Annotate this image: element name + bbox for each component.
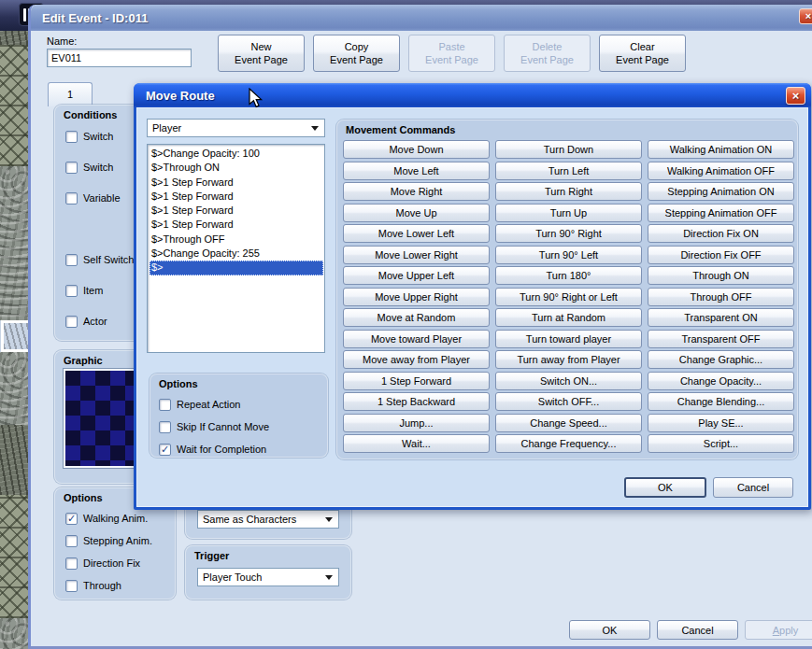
- through-off-button[interactable]: Through OFF: [648, 288, 794, 306]
- turn-down-button[interactable]: Turn Down: [495, 140, 642, 159]
- name-input[interactable]: [47, 49, 192, 67]
- move-toward-player-button[interactable]: Move toward Player: [343, 330, 490, 348]
- move-upper-right-button[interactable]: Move Upper Right: [343, 288, 490, 306]
- priority-dropdown[interactable]: Same as Characters: [197, 510, 339, 529]
- route-list-item[interactable]: $>1 Step Forward: [150, 204, 324, 218]
- move-left-button[interactable]: Move Left: [343, 162, 490, 180]
- move-down-button[interactable]: Move Down: [343, 140, 490, 159]
- 1-step-backward-button[interactable]: 1 Step Backward: [343, 392, 490, 411]
- walking-animation-on-button[interactable]: Walking Animation ON: [648, 140, 794, 159]
- cancel-button[interactable]: Cancel: [713, 477, 793, 498]
- trigger-groupbox: Trigger Player Touch: [185, 545, 351, 600]
- stepping-animation-off-button[interactable]: Stepping Animation OFF: [648, 204, 794, 222]
- route-list-item[interactable]: $>Through ON: [150, 161, 324, 175]
- wait-for-completion-checkbox[interactable]: ✓Wait for Completion: [159, 443, 269, 456]
- move-up-button[interactable]: Move Up: [343, 204, 490, 222]
- new-event-page-button[interactable]: New Event Page: [218, 35, 305, 72]
- checkbox-label: Walking Anim.: [83, 513, 148, 524]
- script-button[interactable]: Script...: [648, 434, 794, 453]
- turn-toward-player-button[interactable]: Turn toward player: [495, 330, 642, 348]
- play-se-button[interactable]: Play SE...: [648, 414, 794, 432]
- route-list-item[interactable]: $>Change Opacity: 100: [150, 147, 324, 161]
- change-opacity-button[interactable]: Change Opacity...: [648, 372, 794, 390]
- checkbox-icon: ✓: [65, 513, 78, 525]
- move-away-from-player-button[interactable]: Move away from Player: [343, 350, 490, 369]
- walking-animation-off-button[interactable]: Walking Animation OFF: [648, 162, 794, 180]
- change-frequency-button[interactable]: Change Frequency...: [495, 434, 642, 453]
- jump-button[interactable]: Jump...: [343, 414, 490, 432]
- self-switch-checkbox[interactable]: Self Switch: [65, 253, 134, 266]
- trigger-dropdown[interactable]: Player Touch: [197, 568, 339, 586]
- route-list-item[interactable]: $>: [150, 261, 323, 275]
- trigger-title: Trigger: [194, 550, 229, 561]
- turn-90-right-button[interactable]: Turn 90° Right: [495, 224, 642, 243]
- conditions-title: Conditions: [64, 109, 117, 120]
- through-checkbox[interactable]: Through: [65, 579, 152, 592]
- turn-away-from-player-button[interactable]: Turn away from Player: [495, 350, 642, 369]
- route-list-item[interactable]: $>Change Opacity: 255: [150, 247, 324, 261]
- item-checkbox[interactable]: Item: [65, 284, 134, 297]
- change-speed-button[interactable]: Change Speed...: [495, 414, 642, 432]
- move-right-button[interactable]: Move Right: [343, 182, 490, 201]
- close-icon[interactable]: ×: [786, 87, 805, 105]
- copy-event-page-button[interactable]: Copy Event Page: [313, 35, 400, 72]
- checkbox-label: Through: [83, 580, 121, 591]
- graphic-preview[interactable]: [64, 369, 143, 468]
- stepping-anim-checkbox[interactable]: Stepping Anim.: [65, 534, 152, 547]
- move-upper-left-button[interactable]: Move Upper Left: [343, 266, 490, 285]
- direction-fix-checkbox[interactable]: Direction Fix: [65, 557, 152, 570]
- change-graphic-button[interactable]: Change Graphic...: [648, 350, 794, 369]
- move-at-random-button[interactable]: Move at Random: [343, 308, 490, 327]
- tab-page-1[interactable]: 1: [48, 82, 93, 106]
- switch-off-button[interactable]: Switch OFF...: [495, 392, 642, 411]
- close-icon[interactable]: ×: [799, 8, 812, 24]
- turn-at-random-button[interactable]: Turn at Random: [495, 308, 642, 327]
- turn-left-button[interactable]: Turn Left: [495, 162, 642, 180]
- edit-event-titlebar[interactable]: Edit Event - ID:011 ×: [31, 5, 812, 31]
- turn-90-right-or-left-button[interactable]: Turn 90° Right or Left: [495, 288, 642, 306]
- transparent-off-button[interactable]: Transparent OFF: [648, 330, 794, 348]
- actor-checkbox[interactable]: Actor: [65, 315, 134, 328]
- move-target-dropdown[interactable]: Player: [147, 119, 325, 137]
- skip-if-cannot-move-checkbox[interactable]: Skip If Cannot Move: [159, 420, 269, 433]
- movement-command-grid: Move DownMove LeftMove RightMove UpMove …: [343, 140, 794, 453]
- checkbox-icon: [65, 316, 78, 328]
- route-list-item[interactable]: $>1 Step Forward: [150, 218, 324, 232]
- turn-180-button[interactable]: Turn 180°: [495, 266, 642, 285]
- route-list-item[interactable]: $>Through OFF: [150, 233, 324, 247]
- switch-checkbox[interactable]: Switch: [65, 161, 134, 174]
- direction-fix-on-button[interactable]: Direction Fix ON: [648, 224, 794, 243]
- turn-right-button[interactable]: Turn Right: [495, 182, 642, 201]
- variable-checkbox[interactable]: Variable: [65, 191, 134, 205]
- route-options-title: Options: [159, 378, 198, 389]
- chevron-down-icon: [325, 575, 333, 580]
- switch-on-button[interactable]: Switch ON...: [495, 372, 642, 390]
- walking-anim-checkbox[interactable]: ✓Walking Anim.: [65, 512, 152, 525]
- stepping-animation-on-button[interactable]: Stepping Animation ON: [648, 182, 794, 201]
- clear-event-page-button[interactable]: Clear Event Page: [599, 35, 686, 72]
- turn-up-button[interactable]: Turn Up: [495, 204, 642, 222]
- change-blending-button[interactable]: Change Blending...: [648, 392, 794, 411]
- options-title: Options: [64, 492, 103, 503]
- wait-button[interactable]: Wait...: [343, 434, 490, 453]
- 1-step-forward-button[interactable]: 1 Step Forward: [343, 372, 490, 390]
- repeat-action-checkbox[interactable]: Repeat Action: [159, 398, 269, 411]
- move-lower-right-button[interactable]: Move Lower Right: [343, 246, 490, 264]
- through-on-button[interactable]: Through ON: [648, 266, 794, 285]
- route-list-item[interactable]: $>1 Step Forward: [150, 176, 324, 190]
- ok-button[interactable]: OK: [624, 477, 706, 498]
- checkbox-icon: [65, 254, 78, 266]
- move-lower-left-button[interactable]: Move Lower Left: [343, 224, 490, 243]
- move-route-titlebar[interactable]: Move Route ×: [134, 83, 811, 107]
- cancel-button[interactable]: Cancel: [657, 620, 738, 640]
- route-command-list[interactable]: $>Change Opacity: 100$>Through ON$>1 Ste…: [147, 144, 325, 353]
- ok-button[interactable]: OK: [569, 620, 650, 640]
- route-list-item[interactable]: $>1 Step Forward: [150, 190, 324, 204]
- switch-checkbox[interactable]: Switch: [65, 130, 134, 143]
- turn-90-left-button[interactable]: Turn 90° Left: [495, 246, 642, 264]
- checkbox-icon: [159, 399, 171, 411]
- priority-value: Same as Characters: [203, 514, 296, 525]
- edit-event-footer: OKCancelApply: [569, 620, 812, 640]
- direction-fix-off-button[interactable]: Direction Fix OFF: [648, 246, 794, 264]
- transparent-on-button[interactable]: Transparent ON: [648, 308, 794, 327]
